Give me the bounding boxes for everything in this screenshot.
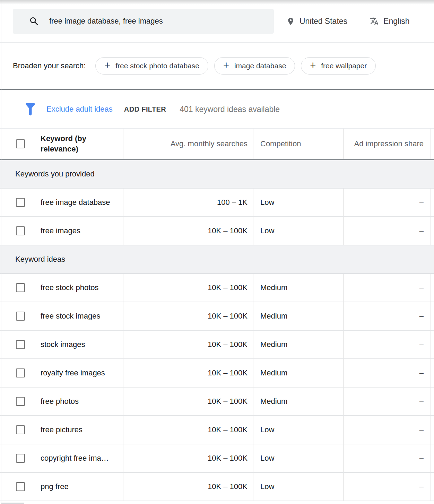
avg-monthly-searches-cell: 10K – 100K — [123, 331, 253, 358]
ad-impression-share-value: – — [419, 425, 424, 434]
ad-impression-share-cell: – — [344, 189, 431, 216]
competition-cell: Low — [253, 217, 344, 245]
ad-impression-share-cell: – — [344, 217, 431, 245]
keyword-row: free pictures 10K – 100K Low – — [0, 416, 434, 444]
keyword-text: royalty free images — [41, 368, 105, 377]
competition-cell: Medium — [253, 359, 344, 387]
row-checkbox[interactable] — [16, 454, 25, 463]
keyword-text: free image database — [41, 198, 110, 207]
avg-monthly-searches-value: 10K – 100K — [208, 482, 248, 491]
avg-monthly-searches-value: 10K – 100K — [208, 226, 248, 235]
keyword-cell: free photos — [0, 388, 123, 415]
keyword-cell: png free — [0, 473, 123, 501]
location-selector[interactable]: United States — [286, 17, 347, 26]
ad-impression-share-cell: – — [344, 388, 431, 415]
avg-monthly-searches-cell: 10K – 100K — [123, 388, 253, 415]
header-competition-column[interactable]: Competition — [253, 129, 344, 159]
keyword-text: free pictures — [41, 425, 83, 434]
keyword-row: png free 10K – 100K Low – — [0, 473, 434, 501]
plus-icon: + — [310, 60, 316, 70]
avg-monthly-searches-value: 10K – 100K — [208, 425, 248, 434]
row-checkbox[interactable] — [16, 368, 25, 377]
header-keyword-column[interactable]: Keyword (by relevance) — [0, 129, 123, 159]
keyword-cell: copyright free ima… — [0, 444, 123, 472]
row-checkbox[interactable] — [16, 283, 25, 292]
competition-value: Medium — [260, 283, 287, 292]
translate-icon — [370, 17, 379, 26]
keyword-planner-screen: free image database, free images United … — [0, 0, 434, 504]
broaden-chip-2[interactable]: + image database — [214, 57, 295, 75]
keyword-row: free photos 10K – 100K Medium – — [0, 388, 434, 416]
section-title: Keywords you provided — [15, 170, 95, 179]
row-checkbox[interactable] — [16, 482, 25, 491]
location-label: United States — [300, 17, 347, 26]
broaden-chip-3[interactable]: + free wallpaper — [301, 57, 376, 75]
avg-searches-column-label: Avg. monthly searches — [171, 139, 248, 148]
exclude-adult-ideas-link[interactable]: Exclude adult ideas — [46, 105, 113, 114]
header-avg-searches-column[interactable]: Avg. monthly searches — [123, 129, 253, 159]
row-checkbox[interactable] — [16, 226, 25, 235]
ad-impression-share-value: – — [419, 198, 424, 207]
row-checkbox[interactable] — [16, 198, 25, 207]
partial-next-row — [0, 501, 434, 504]
avg-monthly-searches-cell: 10K – 100K — [123, 217, 253, 245]
search-query-text: free image database, free images — [49, 17, 163, 26]
ad-impression-share-value: – — [419, 454, 424, 463]
keyword-text: stock images — [41, 340, 85, 349]
keyword-row: free images 10K – 100K Low – — [0, 217, 434, 245]
avg-monthly-searches-cell: 10K – 100K — [123, 359, 253, 387]
competition-value: Medium — [260, 340, 287, 349]
competition-cell: Medium — [253, 388, 344, 415]
avg-monthly-searches-cell: 10K – 100K — [123, 444, 253, 472]
plus-icon: + — [104, 60, 110, 70]
ad-impression-share-cell: – — [344, 473, 431, 501]
table-body: Keywords you provided free image databas… — [0, 160, 434, 501]
avg-monthly-searches-cell: 10K – 100K — [123, 274, 253, 302]
avg-monthly-searches-value: 10K – 100K — [208, 397, 248, 406]
plus-icon: + — [223, 60, 229, 70]
ad-impression-share-cell: – — [344, 302, 431, 330]
ad-impression-share-cell: – — [344, 359, 431, 387]
ad-impression-share-cell: – — [344, 331, 431, 358]
add-filter-button[interactable]: ADD FILTER — [124, 105, 166, 113]
keyword-text: free images — [41, 226, 80, 235]
competition-cell: Low — [253, 416, 344, 444]
competition-value: Low — [260, 425, 274, 434]
keyword-row: free stock photos 10K – 100K Medium – — [0, 274, 434, 302]
left-edge-border — [1, 0, 1, 504]
keyword-cell: stock images — [0, 331, 123, 358]
language-selector[interactable]: English — [370, 17, 409, 26]
keyword-row: copyright free ima… 10K – 100K Low – — [0, 444, 434, 473]
ad-impression-share-value: – — [419, 226, 424, 235]
partial-row-fragment — [1, 503, 24, 504]
select-all-checkbox[interactable] — [16, 139, 25, 148]
competition-cell: Low — [253, 473, 344, 501]
broaden-chip-1[interactable]: + free stock photo database — [95, 57, 208, 75]
ad-impression-share-cell: – — [344, 274, 431, 302]
keyword-text: free stock photos — [41, 283, 99, 292]
competition-value: Medium — [260, 312, 287, 321]
filter-bar: Exclude adult ideas ADD FILTER 401 keywo… — [0, 90, 434, 128]
chip-label: image database — [234, 62, 286, 70]
ad-impression-share-value: – — [419, 482, 424, 491]
row-checkbox[interactable] — [16, 340, 25, 349]
row-checkbox[interactable] — [16, 312, 25, 321]
search-bar-row: free image database, free images United … — [0, 0, 434, 42]
keyword-ideas-count: 401 keyword ideas available — [180, 105, 280, 114]
keyword-text: png free — [41, 482, 69, 491]
row-checkbox[interactable] — [16, 425, 25, 434]
header-ad-impression-column[interactable]: Ad impression share — [344, 129, 431, 159]
row-checkbox[interactable] — [16, 397, 25, 406]
ad-impression-share-value: – — [419, 397, 424, 406]
broaden-label: Broaden your search: — [13, 61, 86, 70]
ad-impression-share-value: – — [419, 283, 424, 292]
table-section-header: Keyword ideas — [0, 245, 434, 274]
avg-monthly-searches-value: 10K – 100K — [208, 454, 248, 463]
avg-monthly-searches-cell: 100 – 1K — [123, 189, 253, 216]
avg-monthly-searches-value: 100 – 1K — [217, 198, 248, 207]
chip-label: free wallpaper — [321, 62, 367, 70]
competition-value: Low — [260, 482, 274, 491]
chip-label: free stock photo database — [115, 62, 199, 70]
keyword-search-input[interactable]: free image database, free images — [13, 9, 274, 34]
competition-value: Low — [260, 226, 274, 235]
